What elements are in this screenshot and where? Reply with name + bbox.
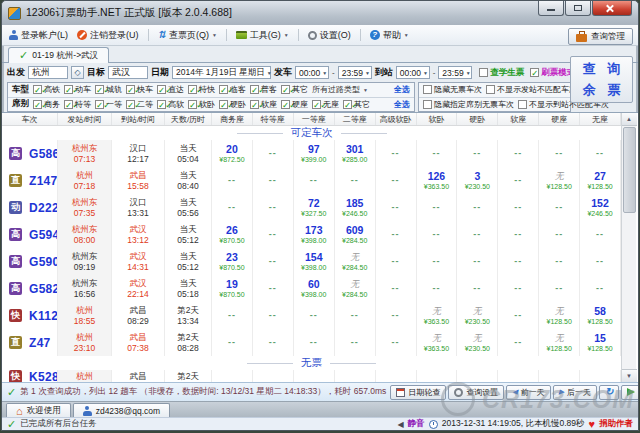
seat-cell: -- [539, 275, 580, 302]
column-header[interactable]: 一等座 [294, 113, 335, 125]
seat-price: ¥284.50 [342, 290, 367, 299]
tab-account[interactable]: zd4238@qq.com [73, 403, 170, 417]
train-type-checkbox[interactable]: ✓动车 [64, 84, 91, 95]
train-row-G590[interactable]: 高G590杭州东09:19武汉14:31当天05:1223¥870.50--15… [2, 248, 621, 275]
train-row-Z147[interactable]: 直Z147杭州07:18武昌15:58当天08:40----------126¥… [2, 167, 621, 194]
scroll-up-arrow[interactable]: ▲ [622, 113, 637, 126]
auto-refresh-button[interactable]: 开启自动刷票设定 [621, 385, 639, 400]
menu-item-1[interactable]: 登录帐户(L) [9, 29, 68, 42]
train-type-badge: 直 [9, 336, 22, 349]
train-row-K528[interactable]: 快K528杭州武昌第2天 [2, 370, 621, 382]
select-all-types-link[interactable]: 全选 [394, 84, 410, 95]
depart-to-select[interactable]: 23:59▼ [338, 66, 372, 79]
column-header[interactable]: 无座 [580, 113, 621, 125]
table-scrollbar[interactable]: ▲ ▼ [621, 113, 636, 382]
train-cell: 高G594 [2, 221, 58, 248]
column-header[interactable]: 软座 [498, 113, 539, 125]
train-row-G586[interactable]: 高G586杭州东07:13汉口12:17当天05:0420¥872.50--97… [2, 140, 621, 167]
display-option-checkbox[interactable]: 不显示发站不匹配车次 [486, 84, 577, 95]
scroll-down-arrow[interactable]: ▼ [622, 369, 637, 382]
seat-availability: 无 [432, 333, 441, 344]
train-type-badge: 高 [9, 228, 22, 241]
column-header[interactable]: 软卧 [417, 113, 458, 125]
train-type-checkbox[interactable]: ✓高铁 [33, 84, 60, 95]
depart-input[interactable]: 杭州 [28, 66, 68, 79]
swap-stations-button[interactable]: ◇ [71, 66, 84, 79]
refresh-button[interactable]: ↻ [599, 385, 619, 400]
column-header[interactable]: 二等座 [335, 113, 376, 125]
query-settings-button[interactable]: 查询设置 [448, 385, 504, 400]
menu-item-4[interactable]: 工具(G)▼ [236, 29, 289, 42]
display-option-checkbox[interactable]: 隐藏指定席别无票车次 [423, 99, 514, 110]
query-tickets-button[interactable]: 查 询 余 票 [570, 56, 633, 103]
dest-input[interactable]: 武汉 [108, 66, 148, 79]
column-header[interactable]: 高级软卧 [376, 113, 417, 125]
seat-class-checkbox[interactable]: ✓软座 [250, 99, 277, 110]
arrive-from-select[interactable]: 00:00▼ [396, 66, 430, 79]
column-header[interactable]: 硬座 [539, 113, 580, 125]
seat-availability: -- [351, 175, 359, 186]
seat-cell: -- [417, 248, 458, 275]
arrive-to-select[interactable]: 23:59▼ [438, 66, 472, 79]
seat-class-checkbox[interactable]: ✓二等 [126, 99, 153, 110]
column-header[interactable]: 到站/时间 [112, 113, 165, 125]
train-row-K1127[interactable]: 快K1127杭州18:55武昌08:29第2天13:34----------无¥… [2, 302, 621, 329]
column-header[interactable]: 商务座 [212, 113, 253, 125]
seat-availability: -- [432, 148, 440, 159]
title-bar[interactable]: 12306订票助手.NET 正式版 [版本 2.0.4.688] [2, 1, 638, 25]
date-select[interactable]: 2014年 1月19日 星期日▼ [172, 66, 271, 79]
seat-class-checkbox[interactable]: ✓硬座 [281, 99, 308, 110]
prev-day-button[interactable]: ◀前一天 [506, 385, 550, 400]
menu-item-3[interactable]: ⇅查票页(Q)▼ [158, 29, 217, 42]
minimize-button[interactable] [538, 1, 564, 16]
donate-link[interactable]: 捐助作者 [599, 418, 633, 430]
column-header[interactable]: 车次 [2, 113, 58, 125]
pass-type-select[interactable]: 所有过路类型▼ [312, 84, 368, 95]
select-all-seats-link[interactable]: 全选 [394, 99, 410, 110]
train-row-G582[interactable]: 高G582杭州东16:56武汉22:14当天05:1819¥870.50--60… [2, 275, 621, 302]
column-header[interactable]: 天数/历时 [165, 113, 212, 125]
train-row-G594[interactable]: 高G594杭州东08:00武汉13:12当天05:1226¥870.50--17… [2, 221, 621, 248]
train-type-checkbox[interactable]: ✓城轨 [95, 84, 122, 95]
maximize-button[interactable] [565, 1, 591, 16]
tab-welcome[interactable]: ⌂欢迎使用 [6, 403, 71, 417]
seat-class-checkbox[interactable]: ✓特等 [64, 99, 91, 110]
column-header[interactable]: 发站/时间 [58, 113, 112, 125]
train-type-checkbox[interactable]: ✓普客 [250, 84, 277, 95]
train-row-D2222[interactable]: 动D2222杭州东07:35汉口13:31当天05:56----72¥327.5… [2, 194, 621, 221]
train-type-checkbox[interactable]: ✓快车 [126, 84, 153, 95]
help-icon: ? [370, 30, 380, 40]
tab-query-hangzhou-wuhan[interactable]: ✓ 01-19 杭州->武汉 [8, 47, 109, 63]
train-type-checkbox[interactable]: ✓临客 [219, 84, 246, 95]
seat-availability: 19 [226, 279, 238, 290]
query-manage-button[interactable]: 查询管理 [568, 28, 633, 45]
seat-class-checkbox[interactable]: ✓无座 [312, 99, 339, 110]
menu-item-2[interactable]: 注销登录(U) [77, 29, 139, 42]
student-ticket-checkbox[interactable]: 查学生票 [479, 67, 524, 79]
train-type-checkbox[interactable]: ✓特快 [188, 84, 215, 95]
next-day-button[interactable]: ▶后一天 [553, 385, 597, 400]
menu-item-6[interactable]: ?帮助▼ [370, 29, 409, 42]
seat-class-checkbox[interactable]: ✓软卧 [188, 99, 215, 110]
train-number: D2222 [29, 201, 58, 215]
mute-link[interactable]: 静音 [408, 418, 425, 430]
train-type-checkbox[interactable]: ✓直达 [157, 84, 184, 95]
close-button[interactable] [592, 1, 632, 16]
seat-class-checkbox[interactable]: ✓其它 [343, 99, 370, 110]
train-row-Z47[interactable]: 直Z47杭州23:10武昌07:38第2天08:28----------无¥36… [2, 329, 621, 356]
date-rotate-button[interactable]: 日期轮查 [390, 385, 446, 400]
column-header[interactable]: 特等座 [253, 113, 294, 125]
seat-class-checkbox[interactable]: ✓硬卧 [219, 99, 246, 110]
display-option-checkbox[interactable]: 隐藏无票车次 [423, 84, 482, 95]
train-type-checkbox[interactable]: ✓其它 [281, 84, 308, 95]
seat-class-checkbox[interactable]: ✓高软 [157, 99, 184, 110]
brush-mode-checkbox[interactable]: 刷票模式 [530, 67, 575, 79]
seat-availability: 无 [350, 252, 359, 263]
depart-from-select[interactable]: 00:00▼ [295, 66, 329, 79]
scroll-thumb[interactable] [623, 127, 636, 213]
column-header[interactable]: 硬卧 [457, 113, 498, 125]
menu-item-5[interactable]: 设置(O) [308, 29, 351, 42]
menu-item-label: 设置(O) [320, 29, 351, 42]
seat-class-checkbox[interactable]: ✓商务 [33, 99, 60, 110]
seat-class-checkbox[interactable]: ✓一等 [95, 99, 122, 110]
